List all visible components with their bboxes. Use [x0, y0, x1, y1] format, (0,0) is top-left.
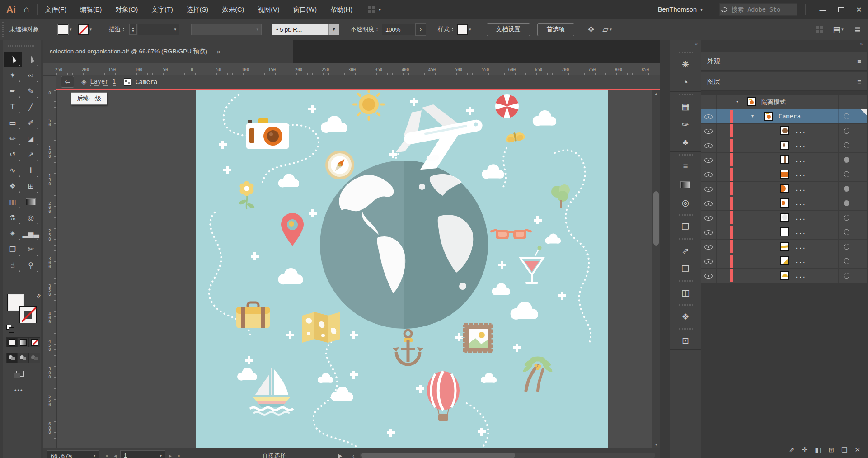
transform-panel-icon[interactable]: ⊡	[670, 331, 701, 349]
default-fill-stroke-icon[interactable]	[9, 327, 14, 333]
perspective-grid-tool[interactable]: ⊞	[22, 178, 40, 194]
chevron-down-icon[interactable]: ▾	[469, 27, 471, 32]
chevron-down-icon[interactable]: ▾	[70, 27, 72, 32]
opacity-options-button[interactable]: ›	[415, 23, 426, 36]
breadcrumb-object[interactable]: Camera	[135, 78, 157, 85]
layer-row-path-7[interactable]: ...	[701, 225, 867, 240]
panel-menu-icon[interactable]: ≡	[857, 78, 861, 85]
panel-grip[interactable]	[670, 152, 701, 157]
home-icon[interactable]: ⌂	[24, 5, 29, 14]
color-panel-icon[interactable]: ❋	[670, 55, 701, 73]
target-circle-icon[interactable]	[844, 142, 849, 148]
opacity-input[interactable]: 100%	[382, 24, 415, 35]
target-circle-icon[interactable]	[844, 229, 849, 235]
panel-grip[interactable]	[670, 302, 701, 307]
color-button[interactable]	[6, 337, 18, 347]
target-circle-icon[interactable]	[844, 215, 849, 221]
menu-item-1[interactable]: 编辑(E)	[80, 5, 102, 14]
close-tab-icon[interactable]: ×	[216, 48, 221, 56]
layer-name[interactable]: ...	[795, 214, 806, 221]
breadcrumb-layer[interactable]: Layer 1	[90, 78, 116, 86]
screen-mode-icon[interactable]	[16, 371, 24, 377]
column-graph-tool[interactable]: ▂▅▃	[22, 226, 40, 241]
visibility-eye-icon[interactable]	[704, 129, 713, 134]
next-artboard-icon[interactable]: ▸	[169, 453, 172, 458]
layer-name[interactable]: ...	[795, 156, 806, 163]
layer-row-camera[interactable]: ▾Camera	[701, 109, 867, 124]
symbol-sprayer-tool[interactable]: ✴	[4, 226, 22, 241]
stock-search[interactable]	[719, 3, 797, 16]
stroke-panel-icon[interactable]: ≡	[670, 157, 701, 175]
width-tool[interactable]: ∿	[4, 162, 22, 178]
status-text[interactable]: 直接选择	[238, 452, 310, 458]
scrollbar-thumb[interactable]	[653, 191, 659, 246]
target-circle-icon[interactable]	[844, 171, 849, 177]
arrange-documents-icon[interactable]	[368, 6, 375, 13]
arrange-icon[interactable]: ✥	[588, 25, 594, 34]
draw-behind-button[interactable]	[18, 353, 29, 363]
align-icon[interactable]: ▱	[602, 25, 608, 34]
chevron-down-icon[interactable]: ▾	[379, 7, 381, 12]
menu-item-0[interactable]: 文件(F)	[45, 5, 66, 14]
layer-name[interactable]: Camera	[779, 113, 801, 120]
style-swatch[interactable]	[457, 24, 468, 35]
target-circle-icon[interactable]	[844, 273, 849, 279]
blend-tool[interactable]: ◎	[22, 210, 40, 226]
layer-row-path-5[interactable]: ...	[701, 196, 867, 211]
first-artboard-icon[interactable]: ⇤	[106, 453, 110, 458]
layer-row-isolation-mode[interactable]: ▾隔离模式	[701, 95, 867, 109]
account-user-name[interactable]: BenThomson	[658, 6, 697, 13]
chevron-down-icon[interactable]: ▾	[736, 99, 738, 104]
canvas-area[interactable]	[43, 90, 660, 448]
transparency-panel-icon[interactable]: ◎	[670, 194, 701, 212]
artboard-number-select[interactable]: 1 ▾	[120, 450, 165, 458]
chevron-down-icon[interactable]: ▾	[610, 27, 612, 32]
visibility-eye-icon[interactable]	[704, 216, 713, 221]
swap-fill-stroke-icon[interactable]: ⇄	[35, 292, 42, 300]
visibility-eye-icon[interactable]	[704, 158, 713, 163]
chevron-down-icon[interactable]: ▾	[841, 27, 844, 32]
layer-name[interactable]: ...	[795, 257, 806, 264]
exit-isolation-back-button[interactable]: ⇦	[61, 76, 74, 88]
panel-menu-icon[interactable]: ≣	[854, 25, 861, 34]
hand-tool[interactable]: ☝	[4, 257, 22, 273]
target-circle-icon[interactable]	[844, 200, 849, 206]
preferences-button[interactable]: 首选项	[537, 23, 575, 36]
gradient-button[interactable]	[18, 337, 29, 347]
visibility-eye-icon[interactable]	[704, 274, 713, 279]
menu-item-4[interactable]: 选择(S)	[187, 5, 208, 14]
line-segment-tool[interactable]: ╱	[22, 99, 40, 115]
visibility-eye-icon[interactable]	[704, 187, 713, 192]
layer-name[interactable]: ...	[795, 170, 806, 178]
status-options-icon[interactable]: ▶	[338, 453, 342, 458]
layer-row-path-4[interactable]: ...	[701, 182, 867, 196]
layer-row-path-9[interactable]: ...	[701, 254, 867, 269]
target-circle-icon[interactable]	[844, 157, 849, 163]
target-circle-icon[interactable]	[844, 244, 849, 250]
vertical-ruler[interactable]: 05 01 0 01 5 02 0 02 5 03 0 03 5 04 0 04…	[43, 90, 57, 448]
type-tool[interactable]: T	[4, 99, 22, 115]
panel-grip[interactable]	[8, 45, 34, 47]
panel-grip[interactable]	[670, 212, 701, 217]
target-circle-icon[interactable]	[844, 186, 849, 192]
layer-row-path-0[interactable]: ...	[701, 124, 867, 138]
graphic-styles-panel-icon[interactable]: ❐	[670, 217, 701, 236]
scroll-left-icon[interactable]: ‹	[352, 452, 355, 458]
gradient-panel-icon[interactable]	[670, 175, 701, 194]
layer-name[interactable]: ...	[795, 243, 806, 250]
collapse-dock-icon[interactable]: «	[695, 42, 697, 47]
eyedropper-tool[interactable]: ⚗	[4, 210, 22, 226]
horizontal-scrollbar[interactable]	[360, 453, 655, 458]
artboards-panel-icon[interactable]: ❒	[670, 260, 701, 278]
fill-color-swatch[interactable]	[58, 24, 68, 35]
layer-name[interactable]: ...	[795, 199, 806, 207]
target-circle-icon[interactable]	[844, 113, 849, 119]
eraser-tool[interactable]: ◪	[22, 131, 40, 146]
stroke-width-select[interactable]: ▾	[138, 24, 179, 35]
pathfinder-panel-icon[interactable]: ❖	[670, 307, 701, 326]
artboard-tool[interactable]: ❐	[4, 241, 22, 257]
delete-selection-icon[interactable]: ✕	[854, 446, 860, 454]
panel-grip[interactable]	[670, 326, 701, 331]
brush-definition-select[interactable]: • 5 pt. R...	[272, 24, 328, 35]
brushes-panel-icon[interactable]: ✑	[670, 115, 701, 133]
